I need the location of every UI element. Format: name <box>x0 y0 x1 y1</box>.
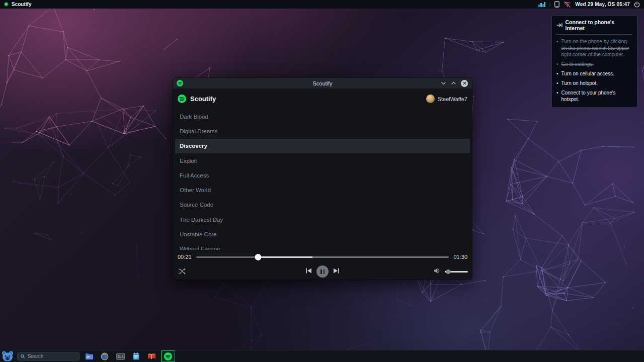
taskbar-search[interactable] <box>17 352 79 360</box>
file-manager-button[interactable] <box>83 350 95 362</box>
bullet-icon: • <box>556 61 558 67</box>
checklist-step: • Turn on cellular access. <box>556 70 632 77</box>
arrow-to-bar-icon <box>556 23 562 28</box>
previous-track-button[interactable] <box>305 267 312 276</box>
power-icon[interactable] <box>634 2 640 8</box>
scoutify-window-icon <box>177 80 183 86</box>
track-row[interactable]: Other World <box>175 183 470 197</box>
track-row[interactable]: Full Access <box>175 168 470 183</box>
app-menu-label: Scoutify <box>12 2 31 7</box>
bullet-icon: • <box>556 89 558 103</box>
start-menu-button[interactable] <box>0 350 15 362</box>
phone-icon[interactable] <box>554 1 559 8</box>
seek-buffer <box>258 256 312 258</box>
checklist-step: • Go to settings. <box>556 61 632 67</box>
active-app-menu[interactable]: Scoutify <box>0 0 31 9</box>
player-bar: 00:21 01:30 <box>173 250 472 280</box>
web-browser-button[interactable] <box>99 350 111 362</box>
track-row[interactable]: Source Code <box>175 198 470 212</box>
pause-icon <box>320 269 322 274</box>
terminal-button[interactable]: C:\ <box>114 350 126 362</box>
scoutify-app-icon <box>4 2 9 7</box>
tray-separator: | <box>549 2 551 7</box>
clock[interactable]: Wed 29 May, ÖS 05:47 <box>575 2 630 7</box>
app-name: Scoutify <box>190 95 216 103</box>
pause-icon <box>324 269 325 274</box>
checklist-title: Connect to phone's internet <box>565 19 632 31</box>
volume-slider[interactable] <box>445 268 468 275</box>
username: SteelWaffe7 <box>438 96 467 102</box>
bullet-icon: • <box>556 80 558 86</box>
wifi-off-icon[interactable] <box>564 1 571 8</box>
scoutify-window: Scoutify Scoutify SteelWaffe7 <box>173 78 472 280</box>
scoutify-taskbar-button[interactable] <box>161 350 175 362</box>
top-menu-bar: Scoutify | Wed 29 May, ÖS 05:47 <box>0 0 644 9</box>
play-pause-button[interactable] <box>316 265 329 278</box>
globe-browser-icon <box>101 352 109 360</box>
close-button[interactable] <box>461 80 468 87</box>
checklist-step: • Turn on hotspot. <box>556 80 632 86</box>
seek-played <box>196 256 258 258</box>
bullet-icon: • <box>556 38 558 58</box>
volume-button[interactable] <box>434 267 441 276</box>
total-time: 01:30 <box>453 254 467 260</box>
speaker-icon <box>434 267 441 274</box>
taskbar: C:\ <box>0 350 644 362</box>
close-icon <box>463 81 466 85</box>
track-list: Dark Blood Digital Dreams Discovery Expl… <box>173 109 472 250</box>
checklist-step: • Turn on the phone by clicking on the p… <box>556 38 632 58</box>
track-row[interactable]: Exploit <box>175 153 470 168</box>
notepad-icon <box>133 352 139 360</box>
window-title: Scoutify <box>173 80 472 86</box>
seek-slider[interactable] <box>196 253 449 260</box>
checklist-step: • Connect to your phone's hotspot. <box>556 89 632 103</box>
shuffle-icon <box>178 267 186 275</box>
elapsed-time: 00:21 <box>178 254 192 260</box>
search-input[interactable] <box>28 353 76 359</box>
app-brand: Scoutify <box>178 95 216 103</box>
checklist-divider <box>556 34 632 35</box>
seek-handle[interactable] <box>255 254 261 260</box>
skip-next-icon <box>333 267 340 274</box>
track-row[interactable]: Unstable Core <box>175 227 470 241</box>
bullet-icon: • <box>556 70 558 77</box>
scoutify-logo-icon <box>178 95 186 103</box>
checklist-header: Connect to phone's internet <box>556 19 632 31</box>
notes-button[interactable] <box>130 350 142 362</box>
chevron-down-icon <box>441 81 446 85</box>
skip-previous-icon <box>305 267 312 274</box>
scoutify-icon <box>164 352 172 360</box>
shuffle-button[interactable] <box>178 267 186 277</box>
terminal-icon: C:\ <box>116 353 125 360</box>
track-row[interactable]: Discovery <box>175 139 470 153</box>
volume-handle[interactable] <box>446 269 450 274</box>
search-icon <box>21 354 25 359</box>
window-titlebar[interactable]: Scoutify <box>173 78 472 88</box>
bear-logo-icon <box>2 351 14 361</box>
track-row[interactable]: Dark Blood <box>175 109 470 124</box>
system-monitor-icon[interactable] <box>538 2 545 7</box>
next-track-button[interactable] <box>333 267 340 276</box>
track-row[interactable]: The Darkest Day <box>175 212 470 227</box>
system-tray: | Wed 29 May, ÖS 05:47 <box>538 0 644 9</box>
maximize-button[interactable] <box>451 81 456 85</box>
folder-icon <box>85 353 94 360</box>
user-chip[interactable]: SteelWaffe7 <box>426 95 467 103</box>
avatar <box>426 95 435 103</box>
books-button[interactable] <box>145 350 157 362</box>
window-header: Scoutify SteelWaffe7 <box>173 88 472 109</box>
open-book-icon <box>147 353 156 359</box>
svg-text:C:\: C:\ <box>118 355 124 358</box>
track-row[interactable]: Digital Dreams <box>175 124 470 138</box>
connect-phone-checklist-panel: Connect to phone's internet • Turn on th… <box>551 15 637 108</box>
minimize-button[interactable] <box>441 81 446 85</box>
chevron-up-icon <box>451 81 456 85</box>
track-row[interactable]: Without Escape <box>175 242 470 250</box>
